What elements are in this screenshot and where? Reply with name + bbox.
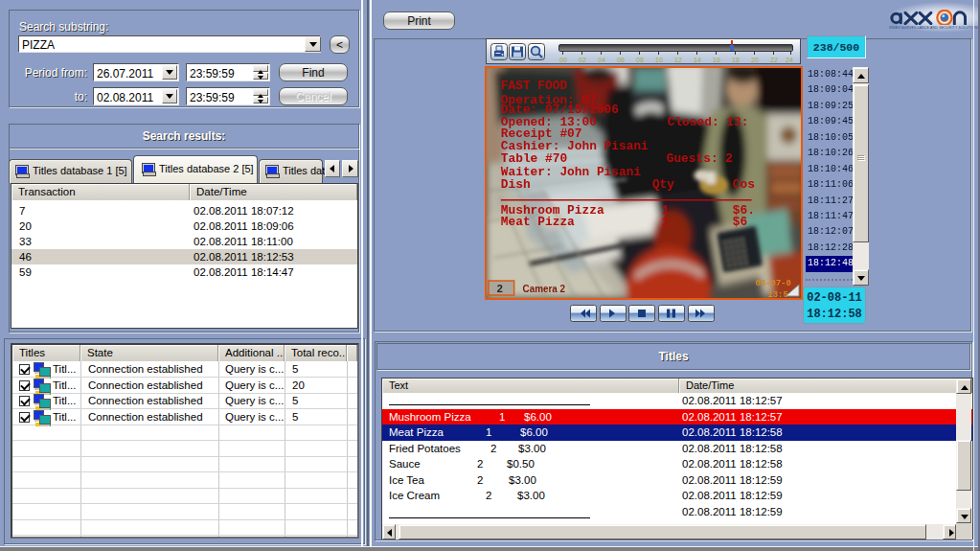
svg-text:Closed: 13:: Closed: 13:	[668, 115, 749, 129]
svg-text:10: 10	[655, 57, 663, 63]
svg-text:Qty: Qty	[652, 177, 674, 192]
svg-text:Cos: Cos	[733, 177, 755, 192]
svg-text:22: 22	[770, 57, 778, 63]
svg-text:00: 00	[559, 57, 567, 63]
svg-text:03-07-0: 03-07-0	[756, 279, 791, 288]
svg-text:20: 20	[751, 57, 759, 63]
svg-text:12: 12	[674, 57, 682, 63]
svg-text:13:5: 13:5	[767, 290, 787, 298]
svg-text:08: 08	[636, 57, 644, 63]
svg-text:06: 06	[617, 57, 625, 63]
svg-text:Guests: 2: Guests: 2	[667, 151, 733, 166]
svg-text:Camera 2: Camera 2	[523, 284, 566, 294]
svg-text:16: 16	[713, 57, 720, 63]
svg-text:Dish: Dish	[501, 177, 531, 192]
svg-text:FAST FOOD: FAST FOOD	[501, 79, 568, 93]
svg-text:2: 2	[497, 283, 503, 294]
svg-text:18: 18	[732, 57, 740, 63]
svg-text:Table #70: Table #70	[501, 151, 567, 166]
svg-text:24: 24	[786, 57, 793, 63]
svg-text:1: 1	[662, 215, 670, 229]
svg-text:02: 02	[579, 57, 586, 63]
svg-text:$6: $6	[733, 215, 748, 229]
svg-text:Meat Pizza: Meat Pizza	[501, 215, 575, 229]
svg-text:14: 14	[694, 57, 701, 63]
svg-text:04: 04	[598, 57, 605, 63]
